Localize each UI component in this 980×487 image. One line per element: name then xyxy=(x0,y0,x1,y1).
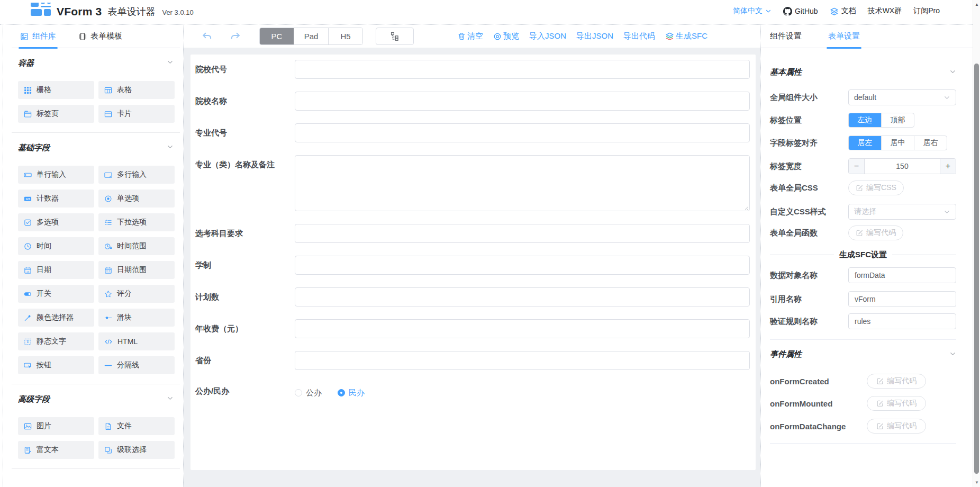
device-pc-button[interactable]: PC xyxy=(260,28,294,44)
docs-link[interactable]: 文档 xyxy=(830,6,856,16)
device-h5-button[interactable]: H5 xyxy=(328,28,362,44)
form-widget-row[interactable]: 计划数 xyxy=(195,287,756,306)
ref-name-input[interactable]: vForm xyxy=(848,291,956,307)
widget-item-card[interactable]: 卡片 xyxy=(98,105,175,123)
widget-item-textarea[interactable]: 多行输入 xyxy=(98,166,175,184)
form-widget-row[interactable]: 年收费（元） xyxy=(195,319,756,338)
label-align-option[interactable]: 居右 xyxy=(914,136,947,150)
widget-item-static-text[interactable]: T静态文字 xyxy=(18,332,94,350)
text-input[interactable] xyxy=(295,224,750,243)
widget-item-html[interactable]: HTML xyxy=(98,332,175,350)
sidebar-tabs: 组件库表单模板 xyxy=(12,25,180,48)
label-align-option[interactable]: 居左 xyxy=(849,136,881,150)
label-align-option[interactable]: 居中 xyxy=(881,136,914,150)
widget-item-time[interactable]: 时间 xyxy=(18,237,94,255)
tab-form-settings[interactable]: 表单设置 xyxy=(828,25,860,48)
form-widget-row[interactable]: 专业（类）名称及备注 xyxy=(195,155,756,211)
form-widget-row[interactable]: 院校名称 xyxy=(195,92,756,111)
label-position-option[interactable]: 顶部 xyxy=(881,113,914,127)
input-icon xyxy=(24,171,32,179)
export-code-button[interactable]: 导出代码 xyxy=(623,31,655,41)
text-input[interactable] xyxy=(295,319,750,338)
widget-item-tab-page[interactable]: 标签页 xyxy=(18,105,94,123)
device-pad-button[interactable]: Pad xyxy=(294,28,328,44)
widget-item-checkbox[interactable]: 多选项 xyxy=(18,213,94,231)
form-widget-row[interactable]: 专业代号 xyxy=(195,123,756,142)
widget-item-slider[interactable]: 滑块 xyxy=(98,309,175,327)
global-size-select[interactable]: default xyxy=(848,89,956,105)
subscribe-pro-link[interactable]: 订阅Pro xyxy=(913,6,940,16)
widget-item-rate[interactable]: 评分 xyxy=(98,285,175,303)
text-input[interactable] xyxy=(295,123,750,142)
edit-css-button[interactable]: 编写CSS xyxy=(848,181,904,195)
sidebar-tab-widgets[interactable]: 组件库 xyxy=(20,25,56,48)
form-widget-row[interactable]: 选考科目要求 xyxy=(195,224,756,243)
widget-item-file[interactable]: 文件 xyxy=(98,417,175,435)
widget-item-time-range[interactable]: 时间范围 xyxy=(98,237,175,255)
form-widget-row[interactable]: 学制 xyxy=(195,256,756,275)
text-input[interactable] xyxy=(295,92,750,111)
radio-option[interactable]: 公办 xyxy=(295,388,322,398)
widget-item-divider[interactable]: 分隔线 xyxy=(98,356,175,374)
widget-item-table[interactable]: 表格 xyxy=(98,81,175,99)
edit-code-button[interactable]: 编写代码 xyxy=(867,374,926,389)
preview-button[interactable]: 预览 xyxy=(493,31,519,41)
widget-item-picture[interactable]: 图片 xyxy=(18,417,94,435)
widget-item-color-picker[interactable]: 颜色选择器 xyxy=(18,309,94,327)
text-input[interactable] xyxy=(295,351,750,370)
text-input[interactable] xyxy=(295,256,750,275)
chevron-down-icon[interactable] xyxy=(949,68,956,77)
text-input[interactable] xyxy=(295,60,750,79)
custom-css-select[interactable]: 请选择 xyxy=(848,204,956,220)
widget-item-cascader[interactable]: 级联选择 xyxy=(98,441,175,459)
scroll-down-arrow-icon[interactable]: ▼ xyxy=(973,480,980,485)
widget-item-select[interactable]: 下拉选项 xyxy=(98,213,175,231)
form-widget-row[interactable]: 省份 xyxy=(195,351,756,370)
import-json-button[interactable]: 导入JSON xyxy=(529,31,566,41)
decrease-button[interactable]: − xyxy=(849,159,865,174)
textarea-input[interactable] xyxy=(295,155,750,211)
chevron-down-icon[interactable] xyxy=(167,58,174,68)
label-width-value[interactable]: 150 xyxy=(865,159,940,174)
undo-icon[interactable] xyxy=(201,31,212,42)
language-select[interactable]: 简体中文 xyxy=(733,6,772,16)
data-object-name-input[interactable]: formData xyxy=(848,267,956,283)
widget-item-radio[interactable]: 单选项 xyxy=(98,190,175,208)
sidebar-tab-templates[interactable]: 表单模板 xyxy=(78,25,122,48)
page-scrollbar[interactable]: ▲ ▼ xyxy=(973,0,980,487)
label-position-option[interactable]: 左边 xyxy=(849,113,881,127)
wx-group-link[interactable]: 技术WX群 xyxy=(868,6,902,16)
widget-item-button[interactable]: 按钮 xyxy=(18,356,94,374)
widget-item-number[interactable]: 123计数器 xyxy=(18,190,94,208)
chevron-down-icon[interactable] xyxy=(949,350,956,359)
widget-item-switch[interactable]: 开关 xyxy=(18,285,94,303)
text-input[interactable] xyxy=(295,287,750,306)
chevron-down-icon[interactable] xyxy=(167,394,174,404)
github-link[interactable]: GitHub xyxy=(783,7,818,16)
widget-item-date-range[interactable]: 日期范围 xyxy=(98,261,175,279)
tab-widget-settings[interactable]: 组件设置 xyxy=(770,25,802,48)
edit-code-button[interactable]: 编写代码 xyxy=(867,396,926,411)
rules-name-input[interactable]: rules xyxy=(848,313,956,329)
scrollbar-thumb[interactable] xyxy=(974,64,979,474)
edit-code-button[interactable]: 编写代码 xyxy=(867,419,926,434)
widget-item-grid[interactable]: 栅格 xyxy=(18,81,94,99)
form-widget-area[interactable]: 院校代号院校名称专业代号专业（类）名称及备注选考科目要求学制计划数年收费（元）省… xyxy=(190,55,756,470)
redo-icon[interactable] xyxy=(230,31,241,42)
widget-item-date[interactable]: 19日期 xyxy=(18,261,94,279)
scroll-up-arrow-icon[interactable]: ▲ xyxy=(973,2,980,7)
increase-button[interactable]: + xyxy=(940,159,956,174)
generate-sfc-button[interactable]: 生成SFC xyxy=(665,31,707,41)
form-widget-row[interactable]: 公办/民办公办民办 xyxy=(195,383,756,400)
chevron-down-icon[interactable] xyxy=(167,143,174,152)
design-canvas[interactable]: 院校代号院校名称专业代号专业（类）名称及备注选考科目要求学制计划数年收费（元）省… xyxy=(184,48,760,487)
node-tree-button[interactable] xyxy=(376,28,414,45)
widget-item-rich-editor[interactable]: 富文本 xyxy=(18,441,94,459)
resize-grip-icon[interactable] xyxy=(743,205,748,210)
export-json-button[interactable]: 导出JSON xyxy=(576,31,613,41)
clear-button[interactable]: 清空 xyxy=(458,31,483,41)
form-widget-row[interactable]: 院校代号 xyxy=(195,60,756,79)
edit-global-functions-button[interactable]: 编写代码 xyxy=(848,226,903,240)
widget-item-input[interactable]: 单行输入 xyxy=(18,166,94,184)
radio-option-selected[interactable]: 民办 xyxy=(338,388,365,398)
